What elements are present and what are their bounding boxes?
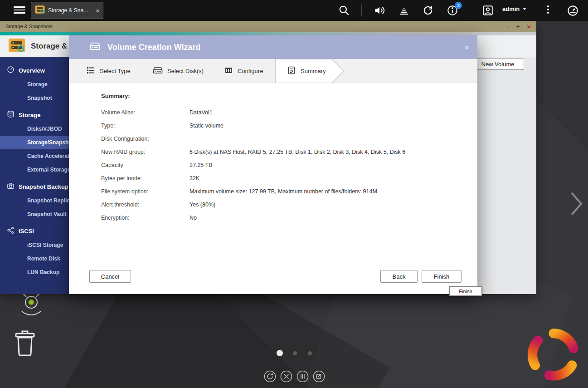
- sidebar-section-label: Storage: [19, 112, 40, 118]
- storage-snapshots-app-icon: [35, 5, 45, 16]
- summary-row-disk-configuration: Disk Configuration:: [101, 132, 464, 145]
- summary-row-bytes-per-inode: Bytes per inode: 32K: [101, 172, 464, 185]
- summary-heading: Summary:: [101, 93, 464, 102]
- storage-icon: [7, 110, 15, 119]
- wizard-title: Volume Creation Wizard: [107, 43, 201, 52]
- notifications-icon[interactable]: 3: [447, 5, 458, 16]
- window-close-button[interactable]: ×: [527, 23, 531, 30]
- recycle-bin-icon[interactable]: [13, 329, 37, 359]
- chevron-down-icon: [523, 8, 526, 10]
- window-accent-bar: [0, 32, 536, 35]
- sidebar-item-snapshot[interactable]: Snapshot: [0, 91, 69, 105]
- step-summary-active[interactable]: Summary: [287, 59, 326, 83]
- user-menu[interactable]: admin: [502, 5, 526, 12]
- tab-label: Storage & Sna...: [48, 7, 92, 14]
- row-value: 6 Disk(s) at NAS Host, RAID 5, 27.25 TB:…: [190, 149, 405, 155]
- row-label: File system option:: [101, 188, 190, 195]
- back-button[interactable]: Back: [380, 270, 418, 283]
- window-titlebar[interactable]: Storage & Snapshots – + ×: [0, 21, 536, 32]
- sync-icon[interactable]: [264, 370, 276, 383]
- sidebar-item-storage-snapshots[interactable]: Storage/Snapshots: [0, 136, 69, 149]
- sidebar-item-remote-disk[interactable]: Remote Disk: [0, 252, 69, 265]
- volume-creation-wizard-dialog: Volume Creation Wizard × Select Type: [69, 35, 477, 294]
- row-value: No: [190, 215, 197, 221]
- finish-tooltip: Finish: [449, 286, 482, 296]
- app-tab-storage-snapshots[interactable]: Storage & Sna... ×: [31, 2, 103, 19]
- sidebar-item-storage[interactable]: Storage: [0, 78, 69, 91]
- sidebar-section-overview[interactable]: Overview: [0, 63, 69, 78]
- step-select-disks[interactable]: Select Disk(s): [153, 59, 204, 83]
- row-label: Volume Alias:: [101, 109, 190, 116]
- wizard-header: Volume Creation Wizard ×: [69, 35, 477, 59]
- row-value: Static volume: [190, 123, 224, 129]
- summary-row-type: Type: Static volume: [101, 119, 464, 132]
- user-icon[interactable]: [482, 5, 494, 16]
- step-configure[interactable]: Configure: [224, 59, 263, 83]
- row-label: New RAID group:: [101, 149, 190, 155]
- compose-icon[interactable]: [313, 370, 325, 383]
- overview-icon: [7, 66, 15, 75]
- new-volume-button[interactable]: New Volume: [471, 59, 524, 70]
- sidebar-section-iscsi[interactable]: iSCSI: [0, 224, 69, 238]
- sidebar-section-snapshot-backup[interactable]: Snapshot Backup: [0, 179, 69, 194]
- sidebar-item-disks-vjbod[interactable]: Disks/VJBOD: [0, 122, 69, 136]
- list-icon: [86, 66, 95, 76]
- window-title: Storage & Snapshots: [5, 24, 53, 29]
- close-icon[interactable]: ×: [464, 43, 469, 52]
- desktop-page-dot[interactable]: [308, 351, 312, 355]
- main-menu-icon[interactable]: [14, 6, 25, 15]
- row-value: Maximum volume size: 127.99 TB, Maximum …: [190, 188, 377, 195]
- sidebar-item-snapshot-replica[interactable]: Snapshot Replica: [0, 194, 69, 207]
- window-maximize-button[interactable]: +: [516, 24, 520, 29]
- sidebar-section-storage[interactable]: Storage: [0, 108, 69, 122]
- step-select-type[interactable]: Select Type: [86, 59, 131, 83]
- tab-close-icon[interactable]: ×: [96, 7, 99, 14]
- summary-row-encryption: Encryption: No: [101, 211, 464, 224]
- tools-icon[interactable]: [280, 370, 292, 383]
- disk-icon: [153, 66, 163, 76]
- storage-snapshots-app-icon: [8, 37, 25, 56]
- wizard-steps: Select Type Select Disk(s): [69, 59, 477, 83]
- step-label: Select Disk(s): [167, 68, 204, 74]
- topbar-divider: [361, 5, 362, 16]
- row-value: DataVol1: [190, 109, 213, 116]
- desktop-next-chevron-icon[interactable]: [569, 191, 584, 219]
- row-label: Alert threshold:: [101, 201, 190, 208]
- cancel-button[interactable]: Cancel: [89, 270, 131, 283]
- row-value: Yes (80%): [190, 201, 215, 208]
- desktop-page-dot[interactable]: [293, 351, 297, 355]
- qbot-widget[interactable]: [15, 291, 48, 321]
- background-tasks-icon[interactable]: [422, 5, 434, 16]
- summary-row-volume-alias: Volume Alias: DataVol1: [101, 106, 464, 119]
- volume-icon[interactable]: [374, 5, 385, 16]
- step-label: Summary: [301, 68, 326, 74]
- search-icon[interactable]: [338, 5, 350, 16]
- topbar-divider: [473, 5, 473, 16]
- row-label: Encryption:: [101, 215, 190, 221]
- row-value: 27.25 TB: [190, 162, 213, 168]
- snapshot-backup-icon: [7, 182, 15, 191]
- resource-monitor-icon[interactable]: [398, 5, 410, 16]
- dashboard-icon[interactable]: [567, 5, 578, 16]
- window-minimize-button[interactable]: –: [505, 24, 509, 29]
- finish-button[interactable]: Finish: [422, 270, 462, 283]
- desktop-page-dot-active[interactable]: [277, 350, 283, 356]
- main-menu-bar: Storage & Sna... ×: [0, 0, 588, 21]
- row-label: Type:: [101, 123, 190, 129]
- sidebar-item-iscsi-storage[interactable]: iSCSI Storage: [0, 238, 69, 252]
- row-value: 32K: [190, 175, 199, 182]
- sidebar-section-label: Overview: [19, 67, 45, 74]
- notification-badge: 3: [455, 2, 462, 9]
- row-label: Bytes per inode:: [101, 175, 190, 182]
- more-options-icon[interactable]: [546, 5, 550, 15]
- user-name-label: admin: [502, 5, 520, 12]
- summary-row-new-raid-group: New RAID group: 6 Disk(s) at NAS Host, R…: [101, 145, 464, 158]
- summary-row-capacity: Capacity: 27.25 TB: [101, 158, 464, 172]
- panels-icon[interactable]: [296, 370, 309, 383]
- sidebar-item-external-storage[interactable]: External Storage: [0, 163, 69, 177]
- step-label: Configure: [238, 68, 263, 74]
- sidebar-item-lun-backup[interactable]: LUN Backup: [0, 265, 69, 279]
- sidebar-item-cache-acceleration[interactable]: Cache Acceleration: [0, 149, 69, 163]
- row-label: Capacity:: [101, 162, 190, 168]
- sidebar-item-snapshot-vault[interactable]: Snapshot Vault: [0, 207, 69, 221]
